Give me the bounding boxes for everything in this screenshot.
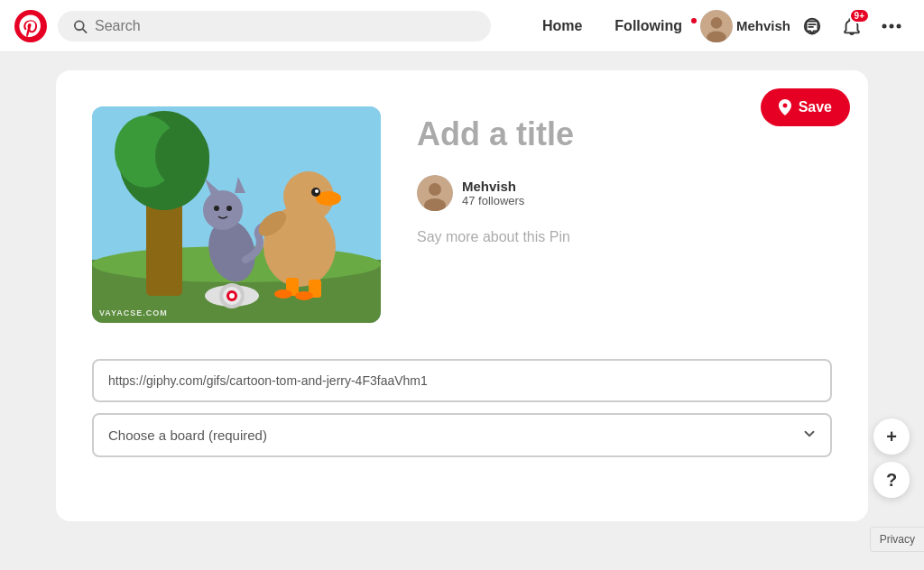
pinterest-logo[interactable] xyxy=(14,10,47,42)
svg-point-32 xyxy=(295,291,313,300)
header: Home Following Mehvish xyxy=(0,0,924,52)
main-content: Save xyxy=(0,52,924,570)
svg-point-4 xyxy=(711,17,723,29)
svg-text:VAYACSE.COM: VAYACSE.COM xyxy=(99,308,168,317)
pin-image: VAYACSE.COM xyxy=(92,106,381,323)
description-area[interactable]: Say more about this Pin xyxy=(417,229,832,245)
notification-count: 9+ xyxy=(849,8,870,23)
svg-line-2 xyxy=(83,29,87,32)
search-bar[interactable] xyxy=(58,11,491,41)
user-info: Mehvish 47 followers xyxy=(462,179,524,207)
source-url-input[interactable] xyxy=(92,359,832,402)
svg-point-0 xyxy=(14,10,47,42)
pin-details: Mehvish 47 followers Say more about this… xyxy=(417,106,832,323)
privacy-link[interactable]: Privacy xyxy=(870,527,924,552)
header-nav: Home Following Mehvish xyxy=(528,8,910,44)
svg-point-22 xyxy=(226,206,232,211)
following-badge-container: Following xyxy=(600,18,697,34)
svg-point-16 xyxy=(155,124,209,188)
more-options-button[interactable] xyxy=(873,8,910,44)
add-button[interactable]: + xyxy=(873,418,910,455)
more-icon xyxy=(882,23,901,29)
svg-point-8 xyxy=(890,23,894,28)
user-name-header[interactable]: Mehvish xyxy=(736,18,790,33)
avatar[interactable] xyxy=(700,10,733,42)
nav-following[interactable]: Following xyxy=(600,11,697,41)
floating-buttons: + ? xyxy=(873,418,910,498)
save-label: Save xyxy=(799,99,832,115)
message-icon xyxy=(802,16,822,36)
cartoon-image: VAYACSE.COM xyxy=(92,106,381,323)
svg-point-40 xyxy=(429,183,441,196)
help-button[interactable]: ? xyxy=(873,462,910,498)
search-icon xyxy=(72,18,88,34)
following-notification-dot xyxy=(689,16,698,25)
messages-button[interactable] xyxy=(794,8,830,44)
svg-point-21 xyxy=(214,206,219,211)
card-content: VAYACSE.COM Mehvish xyxy=(56,70,868,359)
save-button[interactable]: Save xyxy=(761,88,850,126)
pin-owner-avatar[interactable] xyxy=(417,175,453,211)
svg-point-31 xyxy=(274,290,292,299)
board-select[interactable]: Choose a board (required) xyxy=(92,413,832,457)
nav-home[interactable]: Home xyxy=(528,11,596,41)
pin-image-area: VAYACSE.COM xyxy=(92,106,381,323)
pin-card: Save xyxy=(56,70,868,521)
bottom-area: Choose a board (required) xyxy=(56,359,868,493)
followers-count: 47 followers xyxy=(462,194,524,207)
plus-label: + xyxy=(886,427,897,447)
user-row: Mehvish 47 followers xyxy=(417,175,832,211)
notifications-button[interactable]: 9+ xyxy=(834,8,870,44)
svg-point-27 xyxy=(315,189,319,193)
pin-icon xyxy=(779,99,791,115)
search-input[interactable] xyxy=(95,18,476,34)
board-dropdown: Choose a board (required) xyxy=(92,413,832,457)
svg-point-18 xyxy=(203,190,243,230)
svg-point-9 xyxy=(897,23,901,28)
help-label: ? xyxy=(886,470,897,491)
svg-point-37 xyxy=(229,293,235,299)
owner-name: Mehvish xyxy=(462,179,524,194)
svg-point-7 xyxy=(882,23,887,28)
